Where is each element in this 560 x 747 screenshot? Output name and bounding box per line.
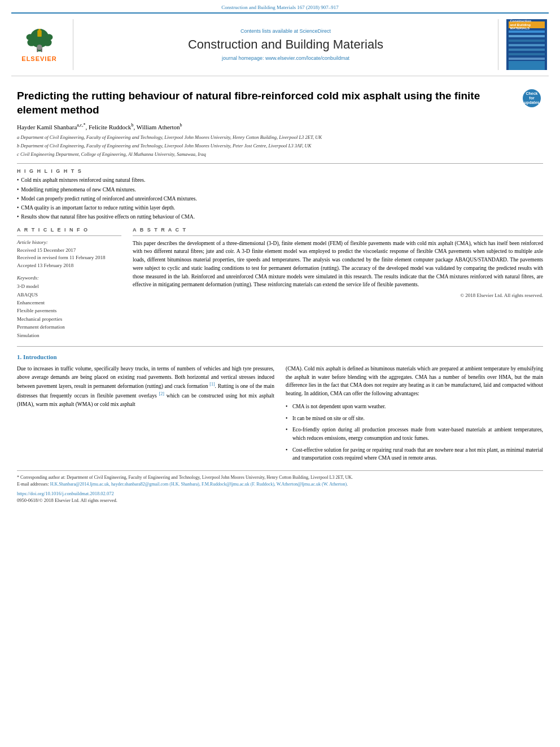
revised-date: Received in revised form 11 February 201…	[17, 254, 121, 262]
elsevier-tree-icon	[23, 28, 56, 53]
page: Construction and Building Materials 167 …	[0, 0, 560, 747]
bullet-2: •	[17, 187, 19, 193]
author-2: Felicite Ruddock	[89, 124, 131, 130]
journal-homepage: journal homepage: www.elsevier.com/locat…	[222, 55, 349, 61]
journal-cover-thumbnail: Constructionand BuildingMATERIALS	[498, 19, 549, 70]
intro-col-1: Due to increases in traffic volume, spec…	[17, 365, 274, 466]
introduction-section: 1. Introduction Due to increases in traf…	[17, 346, 543, 466]
affiliations: a Department of Civil Engineering, Facul…	[17, 134, 543, 158]
author-3: William Atherton	[137, 124, 180, 130]
abstract-divider	[133, 235, 543, 236]
authors-line: Hayder Kamil Shanbaraa,c,*, Felicite Rud…	[17, 123, 543, 130]
intro-bullets: CMA is not dependent upon warm weather. …	[286, 403, 543, 462]
cover-content	[509, 29, 545, 70]
crossmark-label: Checkforupdates	[524, 91, 540, 104]
email-addresses: H.K.Shanbara@2014.ljmu.ac.uk, hayder.sha…	[50, 482, 348, 487]
keyword-7: Simulation	[17, 331, 121, 339]
highlight-item-4: •CMA quality is an important factor to r…	[17, 204, 543, 212]
info-abstract-section: A R T I C L E I N F O Article history: R…	[17, 227, 543, 339]
affil-c: c Civil Engineering Department, College …	[17, 151, 543, 158]
article-title: Predicting the rutting behaviour of natu…	[17, 89, 515, 117]
divider-1	[17, 163, 543, 164]
intro-bullet-3: Eco-friendly option during all productio…	[286, 426, 543, 442]
keywords-label: Keywords:	[17, 275, 121, 281]
doi-link: https://doi.org/10.1016/j.conbuildmat.20…	[17, 491, 114, 496]
intro-col-2: (CMA). Cold mix asphalt is defined as bi…	[286, 365, 543, 466]
svg-point-4	[26, 34, 33, 40]
highlight-item-5: •Results show that natural fibre has pos…	[17, 213, 543, 221]
keyword-3: Enhancement	[17, 299, 121, 307]
accepted-date: Accepted 13 February 2018	[17, 262, 121, 270]
crossmark-badge: Checkforupdates	[523, 89, 541, 107]
svg-rect-7	[38, 28, 41, 30]
sciencedirect-text: ScienceDirect	[300, 28, 331, 34]
highlight-item-1: •Cold mix asphalt mixtures reinforced us…	[17, 177, 543, 184]
elsevier-logo-section: ELSEVIER	[11, 19, 73, 70]
highlight-item-3: •Model can properly predict rutting of r…	[17, 195, 543, 203]
article-info-column: A R T I C L E I N F O Article history: R…	[17, 227, 121, 339]
cover-title-text: Constructionand BuildingMATERIALS	[510, 19, 531, 30]
keyword-2: ABAQUS	[17, 291, 121, 299]
footnote-section: * Corresponding author at: Department of…	[17, 470, 543, 503]
history-label: Article history:	[17, 239, 121, 245]
intro-bullet-1: CMA is not dependent upon warm weather.	[286, 403, 543, 411]
bullet-4: •	[17, 205, 19, 211]
author-2-sup: b	[131, 123, 133, 128]
intro-para-2: (CMA). Cold mix asphalt is defined as bi…	[286, 365, 543, 398]
highlight-item-2: •Modelling rutting phenomena of new CMA …	[17, 186, 543, 194]
sciencedirect-link: Contents lists available at ScienceDirec…	[240, 28, 331, 34]
highlights-section: H I G H L I G H T S •Cold mix asphalt mi…	[17, 168, 543, 221]
abstract-column: A B S T R A C T This paper describes the…	[133, 227, 543, 339]
introduction-two-col: Due to increases in traffic volume, spec…	[17, 365, 543, 466]
ref-1: [1]	[209, 382, 215, 387]
doi-line: https://doi.org/10.1016/j.conbuildmat.20…	[17, 491, 543, 496]
corresponding-author-note: * Corresponding author at: Department of…	[17, 474, 543, 481]
intro-text-2: (CMA). Cold mix asphalt is defined as bi…	[286, 365, 543, 462]
issn-line: 0950-0618/© 2018 Elsevier Ltd. All right…	[17, 497, 543, 503]
highlights-label: H I G H L I G H T S	[17, 168, 543, 174]
abstract-text: This paper describes the development of …	[133, 239, 543, 289]
bullet-3: •	[17, 196, 19, 202]
cover-stripe: Constructionand BuildingMATERIALS	[509, 21, 545, 28]
svg-point-10	[37, 45, 42, 50]
info-divider	[17, 235, 121, 236]
cover-bottom-bar	[509, 61, 545, 70]
intro-bullet-4: Cost-effective solution for paving or re…	[286, 446, 543, 462]
elsevier-label: ELSEVIER	[21, 55, 56, 62]
author-1: Hayder Kamil Shanbara	[17, 124, 77, 130]
crossmark-section: Checkforupdates	[520, 89, 543, 112]
keyword-1: 3-D model	[17, 282, 121, 290]
affil-b: b Department of Civil Engineering, Facul…	[17, 142, 543, 150]
introduction-title: 1. Introduction	[17, 353, 543, 360]
received-date: Received 15 December 2017	[17, 247, 121, 255]
journal-header: ELSEVIER Contents lists available at Sci…	[11, 12, 549, 76]
affil-a: a Department of Civil Engineering, Facul…	[17, 134, 543, 141]
author-1-sup: a,c,*	[77, 123, 85, 128]
journal-main-title: Construction and Building Materials	[188, 37, 383, 52]
article-title-section: Predicting the rutting behaviour of natu…	[17, 89, 543, 117]
author-3-sup: b	[180, 123, 182, 128]
cover-image: Constructionand BuildingMATERIALS	[506, 19, 547, 70]
bullet-5: •	[17, 214, 19, 220]
intro-text-1: Due to increases in traffic volume, spec…	[17, 365, 274, 409]
keywords-section: Keywords: 3-D model ABAQUS Enhancement F…	[17, 275, 121, 339]
email-label: E-mail addresses:	[17, 482, 49, 487]
keyword-4: Flexible pavements	[17, 307, 121, 314]
intro-bullet-2: It can be mixed on site or off site.	[286, 414, 543, 423]
email-note: E-mail addresses: H.K.Shanbara@2014.ljmu…	[17, 481, 543, 488]
abstract-label: A B S T R A C T	[133, 227, 543, 233]
journal-reference: Construction and Building Materials 167 …	[0, 0, 560, 12]
bullet-1: •	[17, 177, 19, 183]
keyword-6: Permanent deformation	[17, 323, 121, 331]
ref-2: [2]	[159, 391, 164, 396]
svg-point-5	[45, 34, 53, 40]
main-content: Predicting the rutting behaviour of natu…	[0, 76, 560, 512]
keyword-5: Mechanical properties	[17, 315, 121, 323]
copyright-line: © 2018 Elsevier Ltd. All rights reserved…	[133, 292, 543, 298]
svg-rect-6	[37, 30, 42, 36]
journal-title-center: Contents lists available at ScienceDirec…	[73, 19, 498, 70]
article-info-label: A R T I C L E I N F O	[17, 227, 121, 233]
intro-para-1: Due to increases in traffic volume, spec…	[17, 365, 274, 409]
